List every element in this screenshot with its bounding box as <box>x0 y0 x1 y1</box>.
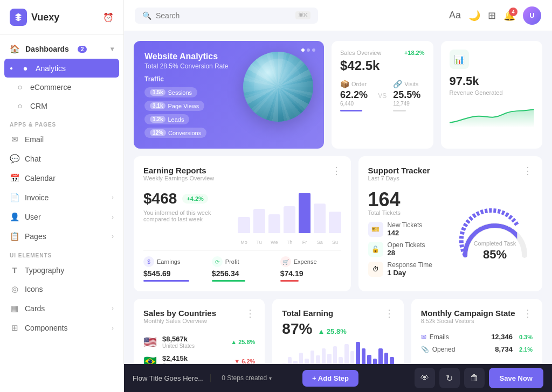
sidebar-logo: Vuexy ⏰ <box>0 0 123 35</box>
earning-stats: $ Earnings $545.69 ⟳ Profit $256.34 <box>143 250 341 282</box>
visits-label: 🔗 Visits <box>393 80 424 88</box>
clock-icon[interactable]: ⏰ <box>103 12 114 23</box>
sales-overview-card: Sales Overview +18.2% $42.5k 📦 Order 62.… <box>332 41 433 149</box>
calendar-nav-icon: 📅 <box>10 173 19 183</box>
br-change: ▼ 6.2% <box>234 358 255 364</box>
sidebar-item-pages[interactable]: 📋 Pages › <box>0 227 123 246</box>
new-tickets-value: 142 <box>388 229 423 237</box>
campaign-title: Monthly Campaign State <box>421 309 515 318</box>
country-br: 🇧🇷 $2,415k Brazil ▼ 6.2% <box>143 354 255 364</box>
sidebar-item-icons[interactable]: ◎ Icons <box>0 279 123 299</box>
invoice-chevron-icon: › <box>112 194 114 201</box>
total-earning-bar-12 <box>350 351 355 364</box>
search-bar[interactable]: 🔍 ⌘K <box>135 8 318 24</box>
sidebar-item-components[interactable]: ⊞ Components › <box>0 318 123 338</box>
support-menu-icon[interactable]: ⋮ <box>523 166 533 176</box>
total-earning-bar-7 <box>322 348 326 364</box>
bar-label-Tu: Tu <box>253 240 265 245</box>
sidebar-item-typography[interactable]: T Typography <box>0 261 123 279</box>
earnings-stat: $ Earnings $545.69 <box>143 256 204 282</box>
bar-Tu <box>253 209 265 233</box>
sidebar-item-email[interactable]: ✉ Email <box>0 130 123 149</box>
pages-nav-icon: 📋 <box>10 232 19 241</box>
total-earning-menu-icon[interactable]: ⋮ <box>384 309 394 318</box>
sidebar-item-calendar[interactable]: 📅 Calendar <box>0 169 123 188</box>
bar-label-Fr: Fr <box>299 240 310 245</box>
emails-label: Emails <box>430 333 449 341</box>
earning-amount: $468 <box>143 190 177 207</box>
earnings-stat-bar <box>143 280 189 282</box>
bar-label-We: We <box>268 240 280 245</box>
3d-sphere <box>243 52 313 122</box>
revenue-label: Revenue Generated <box>450 89 534 96</box>
total-earning-bar-4 <box>305 359 309 364</box>
grid-icon[interactable]: ⊞ <box>488 10 496 22</box>
order-bar <box>340 110 362 111</box>
pageviews-badge: 3.1k Page Views <box>144 101 204 111</box>
sidebar-crm-label: CRM <box>30 102 47 110</box>
emails-value: 12,346 <box>491 333 513 341</box>
row-3: Sales by Countries Monthly Sales Overvie… <box>134 299 542 364</box>
gauge-center: Completed Task 85% <box>474 240 516 262</box>
bar-label-Sa: Sa <box>314 240 326 245</box>
sidebar-ecommerce-label: eCommerce <box>30 83 71 92</box>
search-input[interactable] <box>156 11 291 20</box>
us-flag: 🇺🇸 <box>143 335 157 348</box>
profit-stat: ⟳ Profit $256.34 <box>212 256 273 282</box>
components-chevron-icon: › <box>112 324 114 332</box>
notifications-icon[interactable]: 🔔 4 <box>503 10 515 22</box>
avatar[interactable]: U <box>523 6 541 25</box>
refresh-icon: ↻ <box>446 373 453 383</box>
open-tickets-label: Open Tickets <box>388 241 425 249</box>
sidebar-item-chat[interactable]: 💬 Chat <box>0 149 123 169</box>
sidebar-item-user[interactable]: 👤 User › <box>0 207 123 227</box>
footer-toolbar: Flow Title Goes Here... 0 Steps created … <box>124 364 552 392</box>
revenue-card: 📊 97.5k Revenue Generated <box>441 41 543 149</box>
total-earning-bar-11 <box>344 344 349 364</box>
translate-icon[interactable]: Aa <box>449 10 461 21</box>
sales-badge: +18.2% <box>404 50 425 56</box>
dot-1 <box>301 48 305 52</box>
countries-menu-icon[interactable]: ⋮ <box>245 309 255 318</box>
sidebar-item-crm[interactable]: ○ CRM <box>0 96 123 115</box>
refresh-button[interactable]: ↻ <box>439 368 460 388</box>
sidebar-item-ecommerce[interactable]: ○ eCommerce <box>0 78 123 96</box>
campaign-menu-icon[interactable]: ⋮ <box>523 309 533 318</box>
opened-change: 2.1% <box>519 346 533 353</box>
email-nav-icon: ✉ <box>10 135 19 144</box>
total-earning-bar-3 <box>299 353 303 364</box>
gauge-section: Completed Task 85% <box>457 190 533 277</box>
footer-steps[interactable]: 0 Steps created ▾ <box>222 374 272 382</box>
earning-menu-icon[interactable]: ⋮ <box>332 166 341 176</box>
conversions-num: 12% <box>150 129 166 136</box>
sidebar-item-invoice[interactable]: 📄 Invoice › <box>0 188 123 207</box>
dashboards-label: Dashboards <box>25 45 69 53</box>
sessions-badge: 1.5k Sessions <box>144 87 197 97</box>
sidebar-email-label: Email <box>25 135 44 144</box>
order-label: 📦 Order <box>340 80 371 88</box>
opened-icon: 📎 <box>421 346 429 353</box>
preview-button[interactable]: 👁 <box>415 368 435 388</box>
revenue-icon: 📊 <box>450 50 469 69</box>
analytics-subtitle: Total 28.5% Conversion Rate <box>144 62 238 70</box>
sidebar-chat-label: Chat <box>25 155 41 163</box>
dashboards-group[interactable]: 🏠 Dashboards 2 ▾ <box>0 39 123 59</box>
footer-flow-title: Flow Title Goes Here... <box>133 374 211 382</box>
total-earning-pct: 87% <box>282 320 312 338</box>
components-nav-icon: ⊞ <box>10 323 19 333</box>
add-step-button[interactable]: + Add Step <box>302 370 358 387</box>
leads-label: Leads <box>168 116 184 123</box>
emails-change: 0.3% <box>519 334 533 340</box>
us-value: $8,567k <box>162 335 195 343</box>
sidebar-item-cards[interactable]: ▦ Cards › <box>0 299 123 318</box>
country-us: 🇺🇸 $8,567k United States ▲ 25.8% <box>143 335 255 349</box>
theme-icon[interactable]: 🌙 <box>468 10 480 22</box>
search-icon: 🔍 <box>142 11 151 20</box>
total-earning-bar-16 <box>373 359 377 364</box>
sidebar-item-analytics[interactable]: ● Analytics <box>4 59 119 78</box>
pageviews-label: Page Views <box>168 103 199 109</box>
save-now-button[interactable]: Save Now <box>489 368 543 388</box>
delete-button[interactable]: 🗑 <box>464 368 485 388</box>
chat-nav-icon: 💬 <box>10 154 19 164</box>
profit-stat-bar <box>212 280 245 282</box>
